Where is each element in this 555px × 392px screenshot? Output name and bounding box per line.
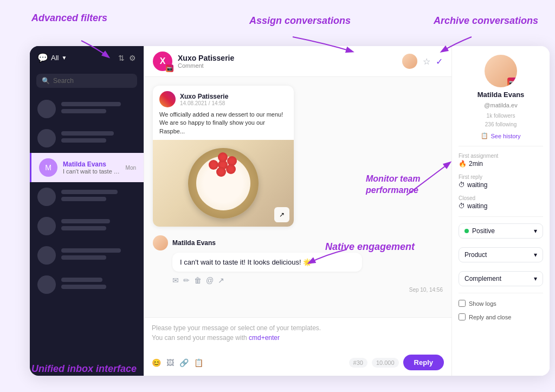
filter-button[interactable]: 💬 All ▼ [37,53,67,63]
settings-icon[interactable]: ⚙ [129,54,136,62]
mention-action-icon[interactable]: @ [206,276,214,285]
see-history-button[interactable]: 📋 See history [481,132,520,139]
complement-button[interactable]: Complement ▾ [459,271,543,286]
message-avatar [153,235,168,250]
list-item [30,182,144,211]
app-window: 💬 All ▼ ⇅ ⚙ 🔍 [30,46,550,376]
message-input-placeholder[interactable]: Please type your message or select one o… [152,323,444,350]
reply-value: waiting [467,181,487,189]
chat-page-avatar: X 📷 [153,52,172,71]
clock-icon: ⏱ [459,181,465,189]
assign-avatar[interactable] [402,54,417,69]
avatar [37,129,56,147]
edit-action-icon[interactable]: ✏ [183,276,190,285]
sort-icon[interactable]: ⇅ [118,54,125,62]
delete-action-icon[interactable]: 🗑 [194,276,202,285]
search-icon: 🔍 [42,77,50,85]
chat-area: X 📷 Xuxo Patisserie Comment ☆ ✓ Xuxo Pat… [144,46,452,376]
link-action-icon[interactable]: ↗ [218,276,224,285]
reply-button[interactable]: Reply [403,355,444,370]
list-item [30,124,144,153]
chevron-down-icon: ▼ [61,55,67,61]
post-author-name: Xuxo Patisserie [180,93,228,100]
link-icon[interactable]: 🔗 [179,358,189,367]
sidebar-icons: ⇅ ⚙ [118,54,136,62]
message-sender-name: Matilda Evans [172,239,216,247]
profile-section: 📷 Matilda Evans @matilda.ev 1k followers… [459,55,543,139]
post-card-header: Xuxo Patisserie 14.08.2021 / 14:58 [153,86,294,111]
conversation-time: Mon [126,165,136,171]
image-icon[interactable]: 🖼 [166,358,174,367]
avatar: M [39,158,57,177]
annotation-archive: Archive conversations [434,15,538,27]
show-logs-label: Show logs [469,300,496,307]
placeholder-line [61,190,118,194]
metric-label: Closed [459,195,543,201]
metric-label: First assignment [459,153,543,159]
sentiment-button[interactable]: Positive ▾ [459,223,543,239]
profile-following: 236 following [485,121,517,127]
chat-header: X 📷 Xuxo Patisserie Comment ☆ ✓ [144,46,451,77]
conversation-name: Matilda Evans [63,160,120,168]
placeholder-line [61,219,110,223]
placeholder-lines [61,131,136,145]
char-count: #30 [349,358,367,368]
star-icon[interactable]: ☆ [423,56,430,67]
email-action-icon[interactable]: ✉ [172,276,179,285]
profile-handle: @matilda.ev [484,102,517,108]
list-item [30,211,144,241]
list-item [30,94,144,124]
right-sidebar: 📷 Matilda Evans @matilda.ev 1k followers… [452,46,550,376]
message-sender-info: Matilda Evans [153,235,443,250]
list-item [30,270,144,299]
emoji-icon[interactable]: 😊 [152,358,161,367]
placeholder-lines [61,248,136,262]
conversation-item-matilda[interactable]: M Matilda Evans I can't wait to taste it… [30,153,144,182]
post-avatar [159,91,176,107]
divider [459,146,543,146]
fire-icon: 🔥 [459,160,467,168]
profile-stats: 1k followers 236 following [485,112,517,129]
placeholder-line [61,226,106,230]
post-image: ↗ [153,140,294,227]
message-bubble: I can't wait to taste it! It looks delic… [172,253,362,272]
conversation-list: M Matilda Evans I can't wait to taste it… [30,92,144,376]
placeholder-line [61,278,102,282]
chat-page-sub: Comment [178,62,397,69]
show-logs-row: Show logs [459,300,543,307]
search-input[interactable] [53,77,132,85]
placeholder-line [61,248,121,253]
chat-header-info: Xuxo Patisserie Comment [178,54,397,69]
metric-first-reply: First reply ⏱ waiting [459,174,543,189]
template-icon[interactable]: 📋 [194,358,203,367]
metric-closed: Closed ⏱ waiting [459,195,543,210]
chat-toolbar: 😊 🖼 🔗 📋 #30 10.000 Reply [152,355,444,370]
chevron-down-icon: ▾ [534,251,537,259]
reply-and-close-checkbox[interactable] [459,313,466,320]
clock-icon: ⏱ [459,202,465,210]
filter-label: All [51,54,59,62]
placeholder-line [61,255,106,260]
placeholder-line [61,197,106,201]
reply-and-close-label: Reply and close [469,314,511,320]
category-button[interactable]: Product ▾ [459,247,543,262]
open-post-icon[interactable]: ↗ [274,207,289,222]
metric-value: ⏱ waiting [459,181,543,189]
see-history-label: See history [491,133,520,139]
toolbar-right: #30 10.000 Reply [349,355,444,370]
placeholder-lines [61,190,136,204]
post-time: 14.08.2021 / 14:58 [180,100,228,106]
placeholder-line [61,138,106,143]
show-logs-checkbox[interactable] [459,300,466,307]
check-circle-icon[interactable]: ✓ [436,56,443,67]
post-card: Xuxo Patisserie 14.08.2021 / 14:58 We of… [153,86,294,227]
closed-value: waiting [467,202,487,210]
conversation-preview: I can't wait to taste it! It looks delic… [63,168,120,175]
metric-first-assignment: First assignment 🔥 2min [459,153,543,168]
message-time: Sep 10, 14:56 [172,287,443,293]
sidebar: 💬 All ▼ ⇅ ⚙ 🔍 [30,46,144,376]
avatar [37,188,56,206]
placeholder-lines [61,102,136,116]
input-hint-line2: You can send your message with [152,334,249,342]
placeholder-line [61,131,114,136]
